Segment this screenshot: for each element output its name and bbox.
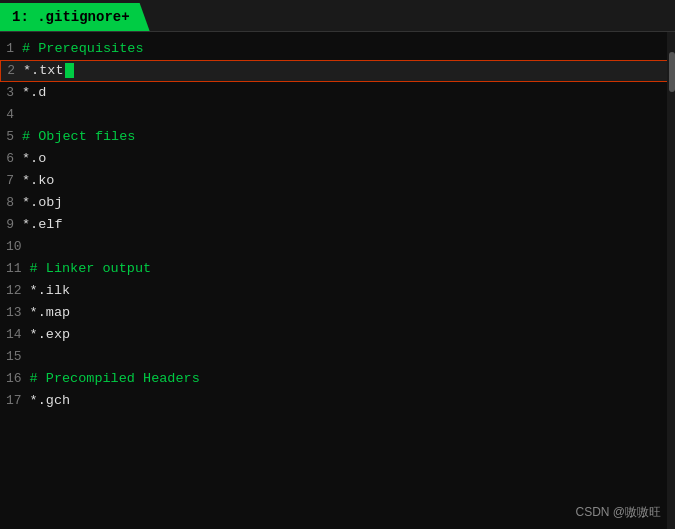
line-number: 2: [1, 60, 23, 82]
line-number: 5: [0, 126, 22, 148]
line-content: [22, 104, 30, 126]
tab-label: 1: .gitignore+: [12, 9, 130, 25]
line-row: 5# Object files: [0, 126, 675, 148]
line-number: 8: [0, 192, 22, 214]
line-number: 12: [0, 280, 30, 302]
line-row: 12*.ilk: [0, 280, 675, 302]
line-row: 4: [0, 104, 675, 126]
lines-container: 1# Prerequisites2*.txt3*.d4 5# Object fi…: [0, 38, 675, 412]
line-row: 15: [0, 346, 675, 368]
line-number: 1: [0, 38, 22, 60]
line-number: 9: [0, 214, 22, 236]
line-content: *.d: [22, 82, 46, 104]
scrollbar[interactable]: [667, 32, 675, 529]
tab-bar: 1: .gitignore+: [0, 0, 675, 32]
line-row: 8*.obj: [0, 192, 675, 214]
scrollbar-thumb[interactable]: [669, 52, 675, 92]
line-content: # Linker output: [30, 258, 152, 280]
watermark: CSDN @嗷嗷旺: [575, 504, 661, 521]
line-number: 3: [0, 82, 22, 104]
line-number: 14: [0, 324, 30, 346]
line-content: # Precompiled Headers: [30, 368, 200, 390]
line-number: 6: [0, 148, 22, 170]
line-row: 1# Prerequisites: [0, 38, 675, 60]
line-content: *.exp: [30, 324, 71, 346]
line-row: 16# Precompiled Headers: [0, 368, 675, 390]
line-number: 15: [0, 346, 30, 368]
line-row: 11# Linker output: [0, 258, 675, 280]
line-content: *.ko: [22, 170, 54, 192]
line-content: *.gch: [30, 390, 71, 412]
line-content: *.ilk: [30, 280, 71, 302]
line-number: 11: [0, 258, 30, 280]
line-row: 2*.txt: [0, 60, 675, 82]
line-row: 10: [0, 236, 675, 258]
line-number: 10: [0, 236, 30, 258]
line-content: [30, 346, 38, 368]
line-content: *.map: [30, 302, 71, 324]
line-row: 3*.d: [0, 82, 675, 104]
active-tab[interactable]: 1: .gitignore+: [0, 3, 150, 31]
line-number: 13: [0, 302, 30, 324]
editor-container: 1: .gitignore+ 1# Prerequisites2*.txt3*.…: [0, 0, 675, 529]
line-row: 7*.ko: [0, 170, 675, 192]
line-row: 17*.gch: [0, 390, 675, 412]
line-row: 13*.map: [0, 302, 675, 324]
text-cursor: [65, 63, 74, 78]
line-content: *.o: [22, 148, 46, 170]
line-row: 9*.elf: [0, 214, 675, 236]
line-row: 14*.exp: [0, 324, 675, 346]
line-content: # Object files: [22, 126, 135, 148]
line-row: 6*.o: [0, 148, 675, 170]
line-number: 7: [0, 170, 22, 192]
line-content: *.txt: [23, 60, 74, 82]
line-content: *.obj: [22, 192, 63, 214]
line-content: *.elf: [22, 214, 63, 236]
editor-body: 1# Prerequisites2*.txt3*.d4 5# Object fi…: [0, 32, 675, 529]
line-number: 4: [0, 104, 22, 126]
line-number: 17: [0, 390, 30, 412]
line-content: # Prerequisites: [22, 38, 144, 60]
line-content: [30, 236, 38, 258]
line-number: 16: [0, 368, 30, 390]
